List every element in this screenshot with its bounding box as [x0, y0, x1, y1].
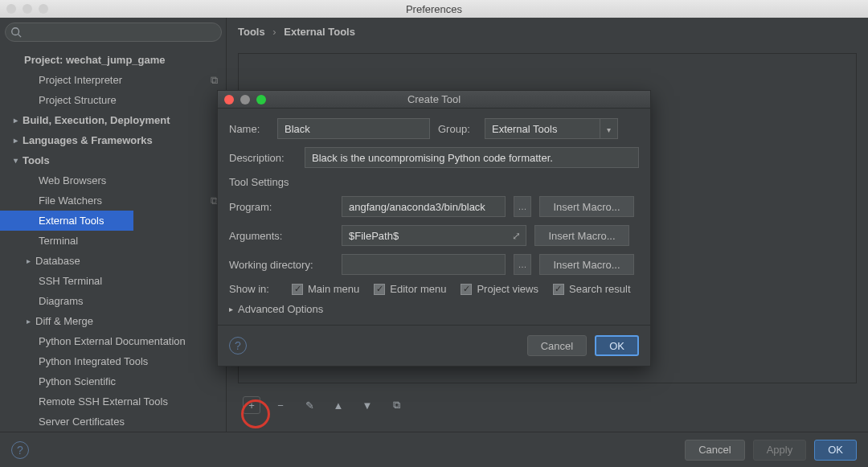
copy-icon: ⧉: [393, 399, 400, 412]
tree-web-browsers[interactable]: Web Browsers: [0, 170, 226, 190]
checkbox-search-result[interactable]: ✓Search result: [553, 283, 631, 295]
value: $FilePath$: [349, 230, 399, 242]
label: Editor menu: [390, 283, 446, 295]
tree-py-int-tools[interactable]: Python Integrated Tools: [0, 351, 226, 371]
value: Black is the uncompromising Python code …: [312, 152, 553, 164]
dialog-titlebar: Create Tool: [218, 91, 650, 109]
arrow-down-icon: ▼: [362, 399, 373, 412]
label: SSH Terminal: [39, 275, 102, 287]
label: Apply: [767, 444, 793, 456]
dialog-ok-button[interactable]: OK: [595, 335, 639, 356]
advanced-options-toggle[interactable]: ▸ Advanced Options: [229, 303, 639, 315]
label: Languages & Frameworks: [23, 134, 153, 146]
label: Terminal: [39, 235, 78, 247]
up-button[interactable]: ▲: [330, 396, 347, 414]
label: Insert Macro...: [548, 230, 615, 242]
edit-button[interactable]: ✎: [301, 396, 318, 414]
label: Insert Macro...: [553, 259, 620, 271]
search-icon: [10, 27, 22, 38]
insert-macro-program[interactable]: Insert Macro...: [539, 196, 634, 217]
label: Advanced Options: [238, 303, 323, 315]
name-field[interactable]: Black: [277, 118, 430, 139]
label: Remote SSH External Tools: [39, 395, 168, 408]
tree-project-structure[interactable]: Project Structure: [0, 90, 226, 110]
label: Project Interpreter: [39, 74, 122, 86]
insert-macro-arguments[interactable]: Insert Macro...: [534, 225, 629, 246]
search-input[interactable]: [5, 23, 222, 42]
workdir-field[interactable]: [342, 254, 506, 275]
tree-file-watchers[interactable]: File Watchers⧉: [0, 190, 226, 211]
browse-workdir-button[interactable]: …: [514, 254, 531, 275]
tree-server-cert[interactable]: Server Certificates: [0, 412, 226, 432]
cancel-button[interactable]: Cancel: [685, 440, 744, 461]
breadcrumb: Tools › External Tools: [227, 18, 868, 46]
label: OK: [828, 444, 843, 456]
checkbox-project-views[interactable]: ✓Project views: [461, 283, 538, 295]
chevron-right-icon: ▸: [229, 305, 233, 313]
chevron-right-icon: ▸: [24, 256, 32, 265]
tree-py-sci[interactable]: Python Scientific: [0, 371, 226, 391]
chevron-right-icon: ▸: [11, 116, 19, 125]
plus-icon: +: [248, 399, 255, 412]
tree-diagrams[interactable]: Diagrams: [0, 291, 226, 311]
insert-macro-workdir[interactable]: Insert Macro...: [539, 254, 634, 275]
tree-terminal[interactable]: Terminal: [0, 231, 226, 251]
check-icon: ✓: [374, 284, 385, 295]
chevron-right-icon: ▸: [24, 317, 32, 326]
chevron-down-icon: ▾: [11, 156, 19, 165]
label: Server Certificates: [39, 416, 125, 428]
check-icon: ✓: [553, 284, 564, 295]
checkbox-editor-menu[interactable]: ✓Editor menu: [374, 283, 446, 295]
add-button[interactable]: +: [243, 396, 260, 414]
show-in-row: Show in: ✓Main menu ✓Editor menu ✓Projec…: [229, 283, 639, 295]
tree-external-tools[interactable]: External Tools: [0, 211, 133, 231]
label: Python Integrated Tools: [39, 355, 148, 367]
description-label: Description:: [229, 152, 297, 164]
apply-button[interactable]: Apply: [753, 440, 807, 461]
tree-database[interactable]: ▸Database: [0, 251, 226, 271]
window-title: Preferences: [0, 3, 868, 15]
check-icon: ✓: [292, 284, 303, 295]
dialog-help-button[interactable]: ?: [229, 337, 247, 354]
tree-py-ext-doc[interactable]: Python External Documentation: [0, 331, 226, 351]
program-field[interactable]: angfang/anaconda3/bin/black: [342, 196, 506, 217]
group-select[interactable]: External Tools ▾: [485, 118, 618, 139]
label: Cancel: [541, 340, 573, 352]
browse-button[interactable]: …: [514, 196, 531, 217]
value: angfang/anaconda3/bin/black: [349, 201, 485, 213]
value: External Tools: [492, 123, 557, 135]
ok-button[interactable]: OK: [814, 440, 857, 461]
dialog-footer: ? Cancel OK: [218, 325, 650, 366]
panel-toolbar: + − ✎ ▲ ▼ ⧉: [238, 393, 857, 417]
description-field[interactable]: Black is the uncompromising Python code …: [305, 147, 639, 168]
expand-icon[interactable]: ⤢: [512, 230, 521, 242]
copy-button[interactable]: ⧉: [387, 396, 405, 414]
tree-build[interactable]: ▸Build, Execution, Deployment: [0, 110, 226, 130]
label: File Watchers: [39, 195, 102, 207]
label: OK: [609, 340, 624, 352]
label: Diff & Merge: [35, 315, 93, 327]
label: Build, Execution, Deployment: [23, 114, 170, 126]
tree-project-interpreter[interactable]: Project Interpreter⧉: [0, 70, 226, 90]
label: Python External Documentation: [39, 335, 186, 347]
tree-project-heading[interactable]: Project: wechat_jump_game: [0, 50, 226, 70]
dialog-cancel-button[interactable]: Cancel: [527, 335, 587, 356]
svg-line-1: [18, 35, 22, 38]
tree-lang[interactable]: ▸Languages & Frameworks: [0, 130, 226, 150]
tree-tools[interactable]: ▾Tools: [0, 150, 226, 170]
preferences-sidebar: Project: wechat_jump_game Project Interp…: [0, 18, 227, 432]
down-button[interactable]: ▼: [358, 396, 376, 414]
remove-button[interactable]: −: [272, 396, 289, 414]
tree-remote-ssh[interactable]: Remote SSH External Tools: [0, 391, 226, 412]
checkbox-main-menu[interactable]: ✓Main menu: [292, 283, 359, 295]
label: Main menu: [308, 283, 359, 295]
arguments-field[interactable]: $FilePath$ ⤢: [342, 225, 526, 246]
check-icon: ✓: [461, 284, 472, 295]
tree-diff-merge[interactable]: ▸Diff & Merge: [0, 311, 226, 331]
help-button[interactable]: ?: [11, 441, 29, 459]
window-titlebar: Preferences: [0, 0, 868, 18]
chevron-right-icon: ▸: [11, 136, 19, 145]
tree-ssh-terminal[interactable]: SSH Terminal: [0, 271, 226, 291]
tool-settings-heading: Tool Settings: [229, 176, 639, 188]
label: Diagrams: [39, 295, 84, 307]
